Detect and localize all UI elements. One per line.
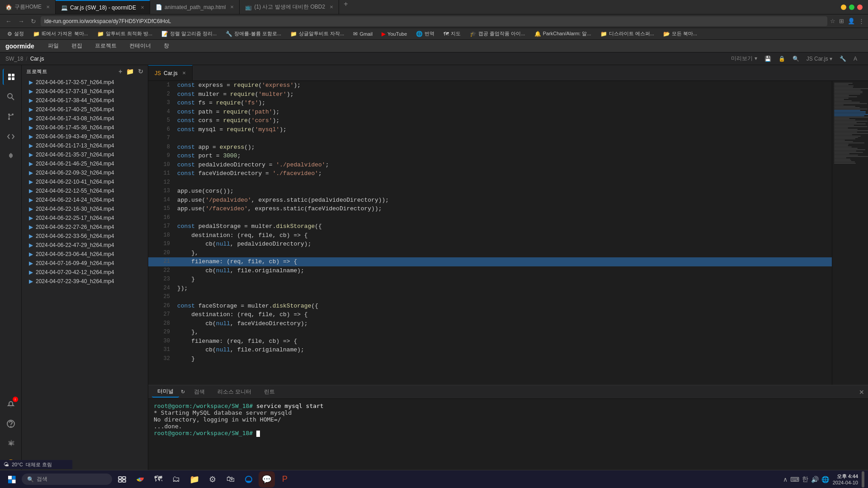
file-item[interactable]: ▶2024-04-06-22-25-17_h264.mp4: [22, 213, 148, 223]
keyboard-icon[interactable]: ⌨: [790, 476, 799, 483]
tools-icon[interactable]: 🔧: [838, 55, 848, 63]
taskbar-settings-icon[interactable]: ⚙: [204, 471, 221, 488]
file-item[interactable]: ▶2024-04-06-22-09-32_h264.mp4: [22, 168, 148, 177]
tray-up-icon[interactable]: ∧: [783, 476, 788, 483]
taskbar-weather-icon[interactable]: 🗂: [168, 471, 184, 488]
settings-activity-icon[interactable]: [3, 436, 19, 452]
extension-icon[interactable]: ⊞: [839, 18, 844, 24]
editor-tab-close-icon[interactable]: ✕: [182, 71, 186, 76]
terminal-tab-terminal[interactable]: 터미널: [152, 386, 179, 398]
file-item[interactable]: ▶2024-04-06-21-35-37_h264.mp4: [22, 150, 148, 159]
browser-tab-1[interactable]: 🏠 구름HOME ✕: [0, 0, 56, 14]
show-desktop-button[interactable]: [862, 471, 864, 488]
korean-input-icon[interactable]: 한: [802, 475, 808, 483]
refresh-icon[interactable]: ↻: [138, 68, 144, 75]
code-icon[interactable]: [3, 128, 19, 145]
menu-project[interactable]: 프로젝트: [92, 41, 119, 51]
minimize-button[interactable]: [841, 5, 846, 10]
file-item[interactable]: ▶2024-04-07-16-09-49_h264.mp4: [22, 259, 148, 268]
browser-tab-2[interactable]: 💻 Car.js (SW_18) - qoormIDE ✕: [56, 0, 150, 14]
file-item[interactable]: ▶2024-04-07-22-39-40_h264.mp4: [22, 277, 148, 286]
file-item[interactable]: ▶2024-04-07-20-42-12_h264.mp4: [22, 268, 148, 277]
taskbar-maps-icon[interactable]: 🗺: [150, 471, 166, 488]
bookmark-sort[interactable]: 📝 정렬 알고리즘 정리...: [158, 29, 220, 38]
new-file-icon[interactable]: +: [118, 68, 123, 75]
breadcrumb-sw18[interactable]: SW_18: [5, 56, 23, 62]
terminal-tab-lint[interactable]: 린트: [259, 387, 280, 397]
profile-icon[interactable]: 👤: [848, 18, 855, 24]
file-item[interactable]: ▶2024-04-06-22-16-30_h264.mp4: [22, 204, 148, 213]
search-icon[interactable]: 🔍: [791, 55, 801, 63]
bookmark-star-icon[interactable]: ☆: [830, 18, 835, 24]
bookmark-all[interactable]: 📂 모든 북마...: [660, 29, 701, 38]
file-item[interactable]: ▶2024-04-06-17-32-57_h264.mp4: [22, 78, 148, 87]
menu-container[interactable]: 컨테이너: [127, 41, 154, 51]
plugin-icon[interactable]: [3, 148, 19, 165]
terminal-tab-monitor[interactable]: 리소스 모니터: [212, 387, 257, 397]
bookmark-translate[interactable]: 🌐 번역: [412, 29, 438, 38]
bookmark-diaslite[interactable]: 📁 디스라이트 에스퍼...: [597, 29, 658, 38]
taskbar-search-box[interactable]: 🔍 검색: [22, 474, 112, 485]
file-item[interactable]: ▶2024-04-06-22-14-24_h264.mp4: [22, 195, 148, 204]
terminal-content[interactable]: root@goorm:/workspace/SW_18# service mys…: [148, 399, 868, 475]
browser-tab-3[interactable]: 📄 animated_path_map.html ✕: [150, 0, 240, 14]
file-item[interactable]: ▶2024-04-06-17-43-08_h264.mp4: [22, 114, 148, 123]
save-icon[interactable]: 💾: [763, 55, 773, 63]
browser-tab-4[interactable]: 📺 (1) 사고 발생에 대비한 OBD2 ✕: [240, 0, 339, 14]
code-editor[interactable]: 1const express = require('express');2con…: [148, 81, 832, 385]
taskbar-browser-icon[interactable]: [241, 471, 257, 488]
terminal-refresh-icon[interactable]: ↻: [181, 389, 185, 395]
editor-tab-car-js[interactable]: JS Car.js ✕: [148, 65, 193, 81]
taskbar-clock[interactable]: 오후 4:44 2024-04-10: [833, 473, 858, 485]
terminal-tab-search[interactable]: 검색: [189, 387, 210, 397]
preview-button[interactable]: 미리보기 ▾: [729, 54, 759, 63]
file-item[interactable]: ▶2024-04-06-17-45-36_h264.mp4: [22, 123, 148, 132]
bookmark-ie[interactable]: 📁 IE에서 가져온 북마...: [29, 29, 92, 38]
bookmark-youtube[interactable]: ▶ YouTube: [378, 30, 410, 38]
taskbar-folder-icon[interactable]: 📁: [186, 471, 203, 488]
explorer-icon[interactable]: [3, 69, 19, 85]
tab1-close[interactable]: ✕: [46, 5, 50, 9]
back-button[interactable]: ←: [4, 17, 14, 26]
taskview-button[interactable]: [114, 471, 130, 488]
url-input[interactable]: ide-run.goorm.io/workspace/dy7FHD5YiPXDf…: [41, 16, 827, 26]
file-item[interactable]: ▶2024-04-06-22-12-55_h264.mp4: [22, 186, 148, 195]
tab4-close[interactable]: ✕: [330, 5, 333, 9]
volume-icon[interactable]: 🔊: [811, 476, 819, 483]
bookmark-gmail[interactable]: ✉ Gmail: [349, 30, 376, 38]
file-item[interactable]: ▶2024-04-06-22-10-41_h264.mp4: [22, 177, 148, 186]
taskbar-ppt-icon[interactable]: P: [277, 471, 293, 488]
new-tab-button[interactable]: +: [339, 0, 352, 14]
reload-button[interactable]: ↻: [29, 17, 38, 26]
lock-icon[interactable]: 🔒: [777, 55, 787, 63]
bookmark-algo[interactable]: 📁 알투비트 최적화 방...: [94, 29, 156, 38]
bookmark-docker[interactable]: 🔧 장애를-볼륨 포함로...: [222, 29, 285, 38]
file-item[interactable]: ▶2024-04-06-17-40-25_h264.mp4: [22, 105, 148, 114]
new-folder-icon[interactable]: 📁: [126, 68, 134, 75]
file-item[interactable]: ▶2024-04-06-22-47-29_h264.mp4: [22, 241, 148, 250]
search-activity-icon[interactable]: [3, 89, 19, 105]
file-item[interactable]: ▶2024-04-06-23-06-44_h264.mp4: [22, 250, 148, 259]
file-item[interactable]: ▶2024-04-06-22-33-56_h264.mp4: [22, 232, 148, 241]
menu-window[interactable]: 창: [161, 41, 172, 51]
terminal-close-icon[interactable]: ✕: [859, 389, 864, 396]
file-item[interactable]: ▶2024-04-06-21-46-25_h264.mp4: [22, 159, 148, 168]
file-item[interactable]: ▶2024-04-06-19-43-49_h264.mp4: [22, 132, 148, 141]
bookmark-btree[interactable]: 📁 상글알투비트 자작...: [287, 29, 348, 38]
tab3-close[interactable]: ✕: [230, 5, 234, 9]
file-item[interactable]: ▶2024-04-06-22-27-26_h264.mp4: [22, 223, 148, 232]
file-item[interactable]: ▶2024-04-06-17-38-44_h264.mp4: [22, 96, 148, 105]
bookmark-alarm[interactable]: 🔔 ParkChan/Alarm: 알...: [531, 29, 595, 38]
taskbar-chrome-icon[interactable]: [132, 471, 148, 488]
network-icon[interactable]: 🌐: [821, 476, 829, 483]
menu-edit[interactable]: 편집: [69, 41, 85, 51]
file-item[interactable]: ▶2024-04-06-17-37-18_h264.mp4: [22, 87, 148, 96]
close-button[interactable]: [857, 5, 863, 10]
tab2-close[interactable]: ✕: [141, 5, 144, 10]
bookmark-capstone[interactable]: 🎓 캡공 졸업작품 아이...: [466, 29, 528, 38]
bookmark-settings[interactable]: ⚙ 설정: [4, 29, 28, 38]
file-badge[interactable]: JS Car.js ▾: [805, 55, 834, 63]
settings-icon[interactable]: ⋮: [859, 18, 864, 24]
bookmark-maps[interactable]: 🗺 지도: [440, 29, 464, 38]
start-button[interactable]: [4, 471, 20, 488]
